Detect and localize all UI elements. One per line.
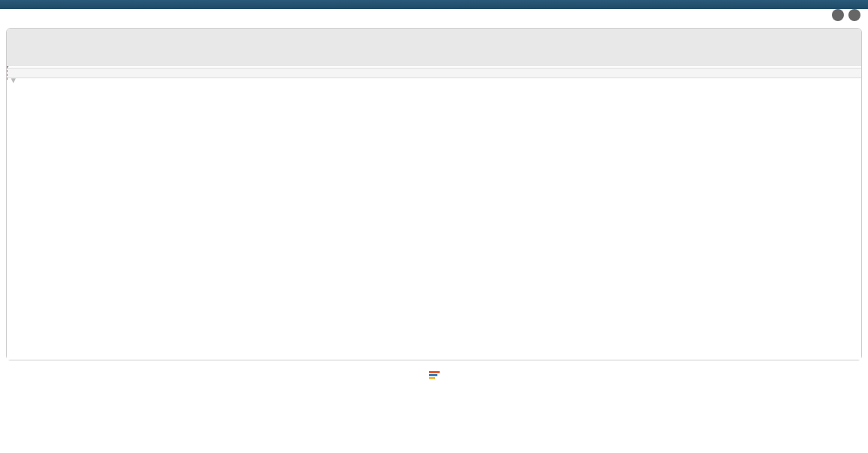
- zoom-out-button[interactable]: [832, 9, 844, 21]
- chevron-down-icon: ▾: [11, 75, 16, 85]
- app-header: [0, 0, 868, 9]
- footer: [0, 360, 868, 389]
- zoom-controls: [830, 9, 860, 24]
- timeline-header: [7, 29, 861, 66]
- lane-products-group: [7, 78, 861, 80]
- roadmap-container: ▾: [6, 28, 862, 360]
- today-marker-line: [7, 66, 8, 80]
- section-header-products[interactable]: ▾: [7, 68, 861, 78]
- chart-scroll-area[interactable]: ▾: [7, 66, 861, 360]
- title-row: [0, 9, 868, 28]
- zoom-in-button[interactable]: [848, 9, 860, 21]
- productplan-logo-icon: [429, 371, 440, 380]
- today-marker-icon: [7, 66, 12, 68]
